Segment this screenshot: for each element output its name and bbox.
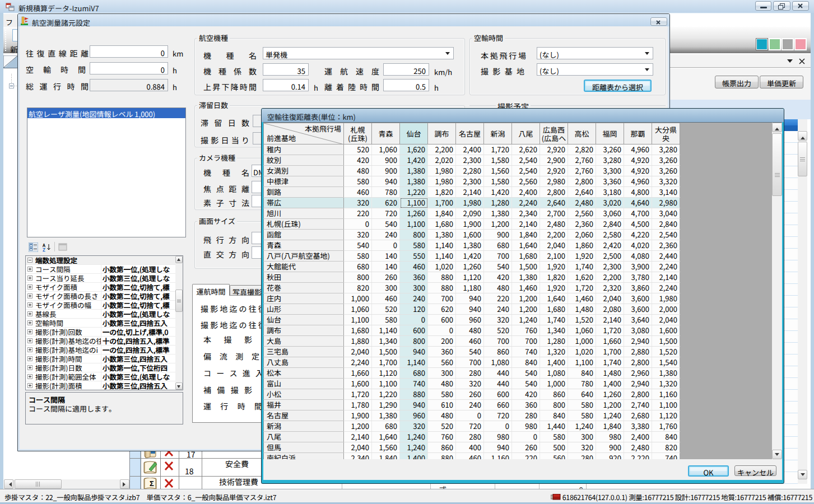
svg-text:Z: Z bbox=[43, 246, 45, 252]
svg-text:Σ: Σ bbox=[150, 478, 154, 488]
